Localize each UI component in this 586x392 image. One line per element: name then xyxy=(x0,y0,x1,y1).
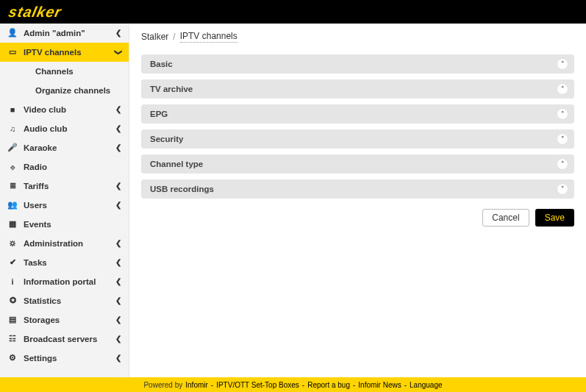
sidebar-sub-label: Channels xyxy=(35,67,74,76)
sidebar-item-iptv-channels[interactable]: ▭ IPTV channels ❯ xyxy=(0,43,129,62)
footer: Powered by Infomir - IPTV/OTT Set-Top Bo… xyxy=(0,377,586,392)
chevron-left-icon: ❮ xyxy=(115,335,121,343)
breadcrumb-root[interactable]: Stalker xyxy=(141,32,168,42)
accordion-label: USB recordings xyxy=(150,185,214,193)
user-icon: 👤 xyxy=(7,28,18,38)
sidebar-item-settings[interactable]: ⚙ Settings ❮ xyxy=(0,349,129,368)
microphone-icon: 🎤 xyxy=(7,143,18,152)
top-bar: stalker xyxy=(0,0,586,24)
accordion-basic[interactable]: Basic ˄ xyxy=(141,54,574,74)
radio-icon: ⟐ xyxy=(7,163,18,171)
sidebar-sub-channels[interactable]: Channels xyxy=(0,62,129,81)
chevron-up-icon: ˄ xyxy=(557,83,568,95)
chevron-left-icon: ❮ xyxy=(115,296,121,304)
accordion-label: Security xyxy=(150,135,183,143)
chevron-down-icon: ˅ xyxy=(557,183,568,195)
gear-icon: ⛭ xyxy=(7,239,18,248)
chevron-left-icon: ❮ xyxy=(115,143,121,152)
server-icon: ☷ xyxy=(7,334,18,343)
footer-language-link[interactable]: Language xyxy=(410,381,443,389)
brand-logo: stalker xyxy=(7,4,63,21)
sidebar-item-label: Statistics xyxy=(24,296,115,305)
sidebar-item-broadcast-servers[interactable]: ☷ Broadcast servers ❮ xyxy=(0,329,129,349)
cancel-button[interactable]: Cancel xyxy=(482,209,529,227)
footer-iptvott-link[interactable]: IPTV/OTT Set-Top Boxes xyxy=(216,381,299,389)
info-icon: i xyxy=(7,277,18,286)
sidebar-item-information-portal[interactable]: i Information portal ❮ xyxy=(0,272,129,291)
content-area: Stalker / IPTV channels Basic ˄ TV archi… xyxy=(129,24,586,377)
chevron-left-icon: ❮ xyxy=(115,354,121,362)
chevron-left-icon: ❮ xyxy=(115,29,121,37)
accordion-label: Channel type xyxy=(150,160,203,168)
chevron-up-icon: ˄ xyxy=(557,158,568,170)
accordion-label: EPG xyxy=(150,110,168,118)
sidebar-item-audio-club[interactable]: ♫ Audio club ❮ xyxy=(0,119,129,138)
chevron-left-icon: ❮ xyxy=(115,201,121,209)
footer-infomir-link[interactable]: Infomir xyxy=(185,381,208,389)
sidebar-sub-organize-channels[interactable]: Organize channels xyxy=(0,81,129,100)
chevron-up-icon: ˄ xyxy=(557,108,568,120)
sidebar-item-label: Users xyxy=(24,201,115,210)
chevron-up-icon: ˄ xyxy=(557,58,568,70)
button-row: Cancel Save xyxy=(141,209,574,227)
footer-dash: - xyxy=(404,381,407,389)
main-layout: 👤 Admin "admin" ❮ ▭ IPTV channels ❯ Chan… xyxy=(0,24,586,377)
calendar-icon: ▦ xyxy=(7,219,18,229)
footer-news-link[interactable]: Infomir News xyxy=(358,381,401,389)
sidebar-item-label: Tasks xyxy=(24,258,115,267)
sidebar-item-users[interactable]: 👥 Users ❮ xyxy=(0,196,129,215)
sidebar-item-karaoke[interactable]: 🎤 Karaoke ❮ xyxy=(0,138,129,157)
breadcrumb-current: IPTV channels xyxy=(180,31,237,43)
footer-powered-prefix: Powered by xyxy=(143,381,182,389)
sidebar-item-label: Admin "admin" xyxy=(24,29,115,38)
sidebar-item-video-club[interactable]: ■ Video club ❮ xyxy=(0,100,129,119)
sidebar-item-label: Events xyxy=(24,220,121,229)
breadcrumb-separator: / xyxy=(173,32,175,42)
sidebar-item-label: Information portal xyxy=(24,277,115,286)
sidebar-item-admin[interactable]: 👤 Admin "admin" ❮ xyxy=(0,24,129,43)
sidebar-item-label: Storages xyxy=(24,316,115,324)
sidebar-item-label: Audio club xyxy=(24,124,115,133)
chevron-left-icon: ❮ xyxy=(115,258,121,266)
globe-icon: ✪ xyxy=(7,296,18,305)
accordion-epg[interactable]: EPG ˄ xyxy=(141,104,574,124)
accordion-security[interactable]: Security ˄ xyxy=(141,129,574,149)
sidebar-item-label: Administration xyxy=(24,239,115,248)
sidebar-item-tasks[interactable]: ✔ Tasks ❮ xyxy=(0,253,129,272)
music-icon: ♫ xyxy=(7,124,18,133)
list-icon: ≣ xyxy=(7,181,18,190)
sidebar-item-tariffs[interactable]: ≣ Tariffs ❮ xyxy=(0,177,129,196)
footer-dash: - xyxy=(353,381,355,389)
chevron-left-icon: ❮ xyxy=(115,105,121,113)
sidebar-item-label: Tariffs xyxy=(24,182,115,190)
breadcrumb: Stalker / IPTV channels xyxy=(141,31,574,43)
sidebar-item-label: Karaoke xyxy=(24,143,115,152)
storage-icon: ▤ xyxy=(7,315,18,324)
sidebar-item-radio[interactable]: ⟐ Radio xyxy=(0,157,129,177)
sidebar-item-administration[interactable]: ⛭ Administration ❮ xyxy=(0,234,129,253)
accordion-tv-archive[interactable]: TV archive ˄ xyxy=(141,79,574,99)
save-button[interactable]: Save xyxy=(535,209,574,227)
footer-dash: - xyxy=(302,381,304,389)
video-icon: ■ xyxy=(7,105,18,114)
sidebar-item-label: Radio xyxy=(24,163,121,171)
footer-dash: - xyxy=(211,381,213,389)
accordion-channel-type[interactable]: Channel type ˄ xyxy=(141,154,574,174)
chevron-down-icon: ❯ xyxy=(115,49,123,55)
chevron-left-icon: ❮ xyxy=(115,316,121,324)
sidebar-item-label: Broadcast servers xyxy=(24,335,115,343)
sidebar-item-events[interactable]: ▦ Events xyxy=(0,215,129,234)
sidebar-sub-label: Organize channels xyxy=(35,86,110,95)
sidebar-item-statistics[interactable]: ✪ Statistics ❮ xyxy=(0,291,129,310)
sidebar-item-label: IPTV channels xyxy=(24,48,115,57)
chevron-left-icon: ❮ xyxy=(115,239,121,247)
sidebar: 👤 Admin "admin" ❮ ▭ IPTV channels ❯ Chan… xyxy=(0,24,129,377)
check-icon: ✔ xyxy=(7,257,18,267)
footer-report-link[interactable]: Report a bug xyxy=(307,381,350,389)
accordion-usb-recordings[interactable]: USB recordings ˅ xyxy=(141,179,574,199)
chevron-left-icon: ❮ xyxy=(115,124,121,132)
settings-icon: ⚙ xyxy=(7,353,18,363)
chevron-up-icon: ˄ xyxy=(557,133,568,145)
sidebar-item-label: Video club xyxy=(24,105,115,114)
sidebar-item-storages[interactable]: ▤ Storages ❮ xyxy=(0,310,129,329)
